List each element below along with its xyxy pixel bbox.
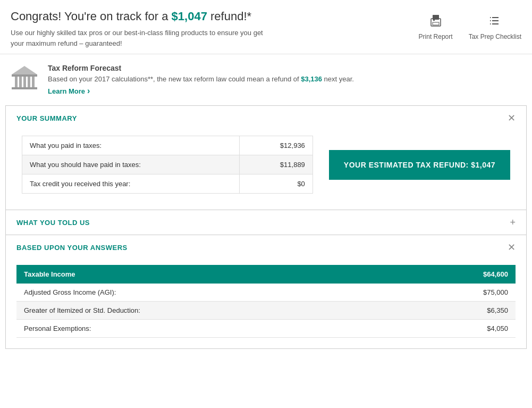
- table-row: Tax credit you received this year: $0: [22, 174, 313, 194]
- summary-table: What you paid in taxes: $12,936 What you…: [22, 136, 313, 194]
- tax-reform-banner: Tax Reform Forecast Based on your 2017 c…: [0, 54, 532, 105]
- svg-rect-2: [433, 22, 439, 25]
- answers-content: Taxable Income $64,600 Adjusted Gross In…: [6, 260, 526, 348]
- row-value: $4,050: [399, 320, 516, 338]
- based-upon-title: BASED UPON YOUR ANSWERS: [16, 244, 128, 252]
- bank-icon: [11, 64, 38, 91]
- tax-reform-description: Based on your 2017 calculations**, the n…: [48, 75, 354, 83]
- print-icon: [426, 12, 445, 31]
- your-summary-close-button[interactable]: ✕: [508, 113, 516, 123]
- refund-box-label: YOUR ESTIMATED TAX REFUND:: [344, 161, 469, 169]
- row-value: $6,350: [399, 302, 516, 320]
- header-subtitle: Use our highly skilled tax pros or our b…: [11, 28, 266, 48]
- header-left: Congrats! You're on track for a $1,047 r…: [11, 10, 266, 48]
- congrats-text: Congrats! You're on track for a: [11, 10, 172, 23]
- what-you-told-us-expand-button[interactable]: +: [510, 218, 516, 227]
- estimated-refund-box: YOUR ESTIMATED TAX REFUND: $1,047: [329, 150, 510, 180]
- table-row: What you should have paid in taxes: $11,…: [22, 155, 313, 174]
- row-label: Tax credit you received this year:: [22, 174, 240, 194]
- checklist-icon: [485, 12, 504, 31]
- forecast-amount: $3,136: [301, 75, 322, 83]
- refund-suffix: refund!*: [207, 10, 251, 23]
- row-label: Personal Exemptions:: [16, 320, 399, 338]
- row-label: Greater of Itemized or Std. Deduction:: [16, 302, 399, 320]
- svg-rect-16: [12, 87, 37, 89]
- row-value: $12,936: [240, 136, 313, 155]
- svg-rect-11: [15, 77, 18, 87]
- learn-more-link[interactable]: Learn More: [48, 86, 90, 96]
- row-label: What you should have paid in taxes:: [22, 155, 240, 174]
- desc-pre: Based on your 2017 calculations**, the n…: [48, 75, 301, 83]
- table-header-label: Taxable Income: [16, 265, 399, 284]
- based-upon-header: BASED UPON YOUR ANSWERS ✕: [6, 235, 526, 260]
- svg-rect-15: [32, 77, 35, 87]
- svg-rect-13: [23, 77, 26, 87]
- svg-rect-12: [19, 77, 22, 87]
- table-row: Adjusted Gross Income (AGI): $75,000: [16, 284, 516, 302]
- your-summary-title: YOUR SUMMARY: [16, 114, 77, 122]
- congrats-heading: Congrats! You're on track for a $1,047 r…: [11, 10, 266, 23]
- answers-table: Taxable Income $64,600 Adjusted Gross In…: [16, 265, 516, 338]
- table-row: Greater of Itemized or Std. Deduction: $…: [16, 302, 516, 320]
- desc-post: next year.: [322, 75, 354, 83]
- svg-rect-1: [433, 15, 439, 20]
- row-label: What you paid in taxes:: [22, 136, 240, 155]
- tax-reform-content: Tax Reform Forecast Based on your 2017 c…: [48, 64, 354, 96]
- summary-content: What you paid in taxes: $12,936 What you…: [6, 130, 526, 210]
- svg-rect-3: [433, 20, 435, 21]
- svg-rect-14: [28, 77, 30, 87]
- table-header-value: $64,600: [399, 265, 516, 284]
- print-label: Print Report: [419, 33, 453, 40]
- table-row: What you paid in taxes: $12,936: [22, 136, 313, 155]
- svg-marker-17: [12, 66, 37, 74]
- what-you-told-us-header: WHAT YOU TOLD US +: [6, 210, 526, 235]
- refund-box-value: $1,047: [471, 161, 495, 169]
- refund-amount: $1,047: [172, 10, 207, 23]
- based-upon-close-button[interactable]: ✕: [508, 243, 516, 252]
- header-actions: Print Report Tax Prep Checklist: [419, 12, 521, 40]
- row-value: $75,000: [399, 284, 516, 302]
- what-you-told-us-panel: WHAT YOU TOLD US +: [5, 210, 527, 235]
- tax-prep-checklist-button[interactable]: Tax Prep Checklist: [469, 12, 521, 40]
- row-value: $0: [240, 174, 313, 194]
- row-value: $11,889: [240, 155, 313, 174]
- svg-rect-10: [12, 74, 37, 77]
- what-you-told-us-title: WHAT YOU TOLD US: [16, 219, 90, 227]
- checklist-label: Tax Prep Checklist: [469, 33, 521, 40]
- based-upon-panel: BASED UPON YOUR ANSWERS ✕ Taxable Income…: [5, 235, 527, 349]
- print-report-button[interactable]: Print Report: [419, 12, 453, 40]
- table-row: Personal Exemptions: $4,050: [16, 320, 516, 338]
- page-header: Congrats! You're on track for a $1,047 r…: [0, 0, 532, 54]
- your-summary-header: YOUR SUMMARY ✕: [6, 106, 526, 130]
- tax-reform-title: Tax Reform Forecast: [48, 64, 354, 72]
- table-header-row: Taxable Income $64,600: [16, 265, 516, 284]
- row-label: Adjusted Gross Income (AGI):: [16, 284, 399, 302]
- your-summary-panel: YOUR SUMMARY ✕ What you paid in taxes: $…: [5, 105, 527, 210]
